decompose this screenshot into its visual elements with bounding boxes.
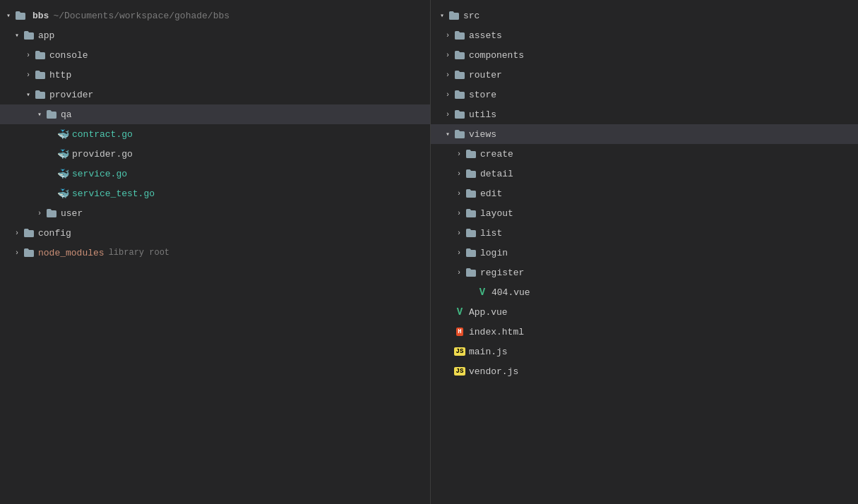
gopher-icon-provider: 🐳 <box>56 148 69 160</box>
js-icon-vendor: JS <box>453 367 466 376</box>
console-folder-icon <box>34 49 47 61</box>
folder-config[interactable]: config <box>0 223 430 243</box>
provider-folder-icon <box>34 89 47 100</box>
detail-folder-icon <box>465 168 477 179</box>
login-label: login <box>480 248 508 258</box>
contract-go-label: contract.go <box>72 129 133 140</box>
register-folder-icon <box>465 267 477 278</box>
vue-icon-404: V <box>476 287 489 298</box>
right-file-tree: src assets components router store <box>431 0 858 504</box>
list-folder-icon <box>465 227 477 239</box>
gopher-icon-service: 🐳 <box>56 168 69 180</box>
app-chevron <box>11 31 23 40</box>
qa-folder-icon <box>45 109 58 120</box>
app-vue-label: App.vue <box>469 307 508 318</box>
folder-node-modules[interactable]: node_modules library root <box>0 243 430 263</box>
js-icon-main: JS <box>453 347 466 356</box>
folder-console[interactable]: console <box>0 45 430 65</box>
assets-label: assets <box>469 30 502 41</box>
edit-chevron <box>453 190 465 198</box>
app-folder-icon <box>23 30 35 41</box>
folder-components[interactable]: components <box>431 45 858 65</box>
folder-app[interactable]: app <box>0 25 430 45</box>
folder-qa[interactable]: qa <box>0 104 430 124</box>
folder-assets[interactable]: assets <box>431 25 858 45</box>
http-folder-icon <box>34 69 47 80</box>
provider-chevron <box>23 90 34 99</box>
register-chevron <box>453 269 465 277</box>
console-label: console <box>49 50 88 61</box>
edit-folder-icon <box>465 188 477 199</box>
root-folder[interactable]: bbs ~/Documents/workspace/gohade/bbs <box>0 6 430 25</box>
http-chevron <box>23 71 34 79</box>
detail-chevron <box>453 170 465 178</box>
folder-http[interactable]: http <box>0 65 430 85</box>
folder-layout[interactable]: layout <box>431 203 858 223</box>
components-label: components <box>469 50 524 61</box>
folder-edit[interactable]: edit <box>431 184 858 203</box>
node-modules-folder-icon <box>23 247 35 258</box>
file-index-html[interactable]: H index.html <box>431 322 858 342</box>
file-service-go[interactable]: 🐳 service.go <box>0 164 430 184</box>
edit-label: edit <box>480 188 502 199</box>
file-contract-go[interactable]: 🐳 contract.go <box>0 124 430 144</box>
gopher-icon-service-test: 🐳 <box>56 188 69 200</box>
list-chevron <box>453 229 465 237</box>
file-provider-go[interactable]: 🐳 provider.go <box>0 144 430 164</box>
router-label: router <box>469 70 502 80</box>
src-chevron <box>436 11 448 20</box>
vendor-js-label: vendor.js <box>469 366 518 377</box>
qa-chevron <box>34 110 45 119</box>
file-app-vue[interactable]: V App.vue <box>431 302 858 322</box>
service-go-label: service.go <box>72 169 127 179</box>
create-chevron <box>453 150 465 158</box>
store-folder-icon <box>453 89 466 100</box>
views-chevron <box>442 130 453 138</box>
file-404-vue[interactable]: V 404.vue <box>431 282 858 302</box>
layout-folder-icon <box>465 208 477 219</box>
detail-label: detail <box>480 169 513 179</box>
app-label: app <box>38 30 54 41</box>
views-folder-icon <box>453 128 466 140</box>
user-label: user <box>61 208 83 219</box>
left-file-tree: bbs ~/Documents/workspace/gohade/bbs app… <box>0 0 431 504</box>
folder-detail[interactable]: detail <box>431 164 858 184</box>
console-chevron <box>23 52 34 59</box>
root-path: ~/Documents/workspace/gohade/bbs <box>53 11 230 21</box>
user-folder-icon <box>45 208 58 219</box>
folder-router[interactable]: router <box>431 65 858 85</box>
create-label: create <box>480 149 513 160</box>
folder-store[interactable]: store <box>431 85 858 104</box>
views-label: views <box>469 129 496 140</box>
folder-login[interactable]: login <box>431 243 858 263</box>
folder-provider[interactable]: provider <box>0 85 430 104</box>
file-main-js[interactable]: JS main.js <box>431 342 858 361</box>
list-label: list <box>480 228 502 239</box>
login-chevron <box>453 249 465 257</box>
root-chevron <box>3 11 14 20</box>
folder-register[interactable]: register <box>431 263 858 282</box>
gopher-icon-contract: 🐳 <box>56 128 69 140</box>
folder-user[interactable]: user <box>0 203 430 223</box>
file-service-test-go[interactable]: 🐳 service_test.go <box>0 184 430 203</box>
layout-label: layout <box>480 208 513 219</box>
file-vendor-js[interactable]: JS vendor.js <box>431 361 858 381</box>
src-folder-icon <box>448 10 460 21</box>
folder-src[interactable]: src <box>431 6 858 25</box>
provider-go-label: provider.go <box>72 149 133 160</box>
folder-create[interactable]: create <box>431 144 858 164</box>
assets-chevron <box>442 32 453 40</box>
qa-label: qa <box>61 109 72 120</box>
user-chevron <box>34 210 45 217</box>
config-folder-icon <box>23 227 35 239</box>
folder-list[interactable]: list <box>431 223 858 243</box>
root-name: bbs <box>32 11 49 21</box>
404-vue-label: 404.vue <box>491 287 530 298</box>
provider-label: provider <box>49 90 93 100</box>
folder-utils[interactable]: utils <box>431 104 858 124</box>
root-folder-icon <box>14 10 27 21</box>
utils-label: utils <box>469 109 496 120</box>
login-folder-icon <box>465 247 477 258</box>
folder-views[interactable]: views <box>431 124 858 144</box>
config-chevron <box>11 229 23 237</box>
